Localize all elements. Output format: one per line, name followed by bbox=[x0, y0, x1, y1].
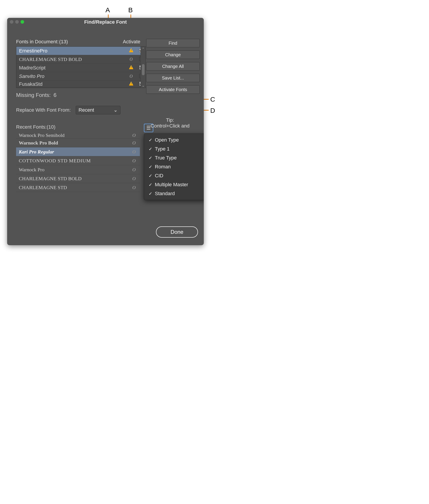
find-replace-font-dialog: Find/Replace Font Fonts in Document: (13… bbox=[7, 18, 204, 245]
font-type-filter-menu[interactable]: ✓Open Type✓Type 1✓True Type✓Roman✓CID✓Mu… bbox=[144, 134, 204, 200]
recent-font-row[interactable]: Warnock Pro BoldO bbox=[16, 139, 140, 147]
activate-column-header: Activate bbox=[123, 39, 146, 45]
missing-fonts-label: Missing Fonts: bbox=[16, 92, 51, 98]
recent-fonts-count: (10) bbox=[47, 124, 55, 130]
replace-with-select[interactable]: Recent ⌄ bbox=[76, 106, 120, 114]
tip-label: Tip: bbox=[142, 117, 198, 123]
filter-menu-item-label: Multiple Master bbox=[155, 182, 188, 188]
titlebar: Find/Replace Font bbox=[7, 18, 204, 26]
recent-font-row[interactable]: Warnock Pro SemiboldO bbox=[16, 133, 140, 139]
filter-menu-item[interactable]: ✓True Type bbox=[144, 153, 204, 162]
opentype-font-icon: O bbox=[132, 167, 136, 173]
opentype-font-icon: O bbox=[132, 133, 136, 138]
scroll-thumb[interactable] bbox=[142, 64, 144, 75]
window-title: Find/Replace Font bbox=[7, 18, 204, 26]
opentype-font-icon: O bbox=[132, 176, 136, 182]
filter-menu-item[interactable]: ✓Roman bbox=[144, 162, 204, 171]
missing-font-alert-icon bbox=[128, 81, 134, 87]
check-icon: ✓ bbox=[149, 182, 155, 187]
replace-with-value: Recent bbox=[79, 107, 94, 113]
recent-font-name: Warnock Pro bbox=[19, 167, 132, 173]
check-icon: ✓ bbox=[149, 191, 155, 196]
filter-menu-item-label: Standard bbox=[155, 191, 175, 197]
fonts-in-document-list[interactable]: ErnestineProCHARLEMAGNE STD BOLDOMadreSc… bbox=[16, 46, 146, 88]
change-all-button[interactable]: Change All bbox=[146, 62, 200, 70]
font-name: Sanvito Pro bbox=[19, 73, 128, 79]
filter-menu-item-label: Open Type bbox=[155, 137, 179, 143]
recent-font-row[interactable]: Warnock ProO bbox=[16, 165, 140, 174]
chevron-down-icon: ⌄ bbox=[114, 107, 117, 113]
fonts-count: (13) bbox=[59, 39, 68, 45]
recent-fonts-header: Recent Fonts:(10) bbox=[16, 124, 146, 130]
fonts-list-scrollbar[interactable]: ⌃ ⌄ bbox=[141, 47, 145, 88]
font-row[interactable]: Sanvito ProO bbox=[16, 72, 145, 81]
font-row[interactable]: CHARLEMAGNE STD BOLDO bbox=[16, 55, 145, 64]
font-name: ErnestinePro bbox=[19, 48, 128, 54]
opentype-font-icon: O bbox=[128, 57, 134, 62]
recent-font-name: Kari Pro Regular bbox=[19, 149, 132, 155]
window-zoom-button[interactable] bbox=[21, 20, 24, 24]
recent-fonts-list[interactable]: Warnock Pro SemiboldOWarnock Pro BoldOKa… bbox=[16, 133, 140, 192]
callout-letter-d: D bbox=[210, 107, 215, 114]
filter-menu-item-label: CID bbox=[155, 173, 163, 179]
fonts-in-document-header: Fonts in Document: (13) Activate bbox=[16, 39, 146, 45]
recent-font-name: Warnock Pro Semibold bbox=[19, 133, 132, 138]
font-name: FusakaStd bbox=[19, 81, 128, 87]
filter-menu-item[interactable]: ✓Standard bbox=[144, 189, 204, 198]
recent-font-name: Warnock Pro Bold bbox=[19, 140, 132, 146]
save-list-button[interactable]: Save List... bbox=[146, 74, 200, 82]
scroll-up-icon[interactable]: ⌃ bbox=[142, 47, 144, 51]
recent-font-row[interactable]: Kari Pro RegularO bbox=[16, 147, 140, 156]
opentype-font-icon: O bbox=[132, 140, 136, 146]
recent-font-row[interactable]: CHARLEMAGNE STDO bbox=[16, 183, 140, 192]
missing-fonts-line: Missing Fonts: 6 bbox=[16, 92, 146, 98]
filter-menu-item[interactable]: ✓CID bbox=[144, 171, 204, 180]
callout-letter-c: C bbox=[210, 96, 215, 103]
window-minimize-button[interactable] bbox=[15, 20, 19, 24]
tip-line2: Control+Click and bbox=[142, 123, 198, 129]
check-icon: ✓ bbox=[149, 164, 155, 169]
change-button[interactable]: Change bbox=[146, 51, 200, 59]
filter-menu-item[interactable]: ✓Multiple Master bbox=[144, 180, 204, 189]
tip-block: Tip: Control+Click and bbox=[142, 117, 198, 129]
window-close-button[interactable] bbox=[10, 20, 13, 24]
recent-fonts-label: Recent Fonts: bbox=[16, 124, 47, 130]
opentype-font-icon: O bbox=[132, 149, 136, 155]
filter-menu-item[interactable]: ✓Type 1 bbox=[144, 145, 204, 153]
opentype-font-icon: O bbox=[132, 185, 136, 191]
check-icon: ✓ bbox=[149, 146, 155, 152]
font-row[interactable]: ErnestinePro bbox=[16, 47, 145, 55]
font-row[interactable]: FusakaStd bbox=[16, 81, 145, 88]
filter-menu-item-label: Roman bbox=[155, 164, 171, 170]
font-name: CHARLEMAGNE STD BOLD bbox=[19, 56, 128, 62]
missing-font-alert-icon bbox=[128, 48, 134, 53]
find-button[interactable]: Find bbox=[146, 39, 200, 47]
done-button[interactable]: Done bbox=[156, 226, 198, 238]
recent-font-row[interactable]: CHARLEMAGNE STD BOLDO bbox=[16, 174, 140, 183]
recent-font-name: CHARLEMAGNE STD BOLD bbox=[19, 176, 132, 182]
filter-menu-item-label: Type 1 bbox=[155, 146, 170, 152]
recent-font-name: COTTONWOOD STD MEDIUM bbox=[19, 158, 132, 164]
missing-fonts-count: 6 bbox=[54, 92, 56, 98]
opentype-font-icon: O bbox=[128, 74, 134, 79]
scroll-down-icon[interactable]: ⌄ bbox=[142, 83, 144, 88]
recent-font-row[interactable]: COTTONWOOD STD MEDIUMO bbox=[16, 156, 140, 165]
fonts-in-document-label: Fonts in Document: bbox=[16, 39, 59, 45]
replace-with-label: Replace With Font From: bbox=[16, 107, 71, 113]
font-row[interactable]: MadreScript bbox=[16, 64, 145, 72]
filter-menu-item[interactable]: ✓Open Type bbox=[144, 136, 204, 145]
opentype-font-icon: O bbox=[132, 158, 136, 164]
filter-menu-item-label: True Type bbox=[155, 155, 177, 161]
activate-fonts-button[interactable]: Activate Fonts bbox=[146, 85, 200, 94]
font-name: MadreScript bbox=[19, 65, 128, 71]
check-icon: ✓ bbox=[149, 173, 155, 178]
missing-font-alert-icon bbox=[128, 65, 134, 70]
callout-letter-b: B bbox=[128, 6, 133, 14]
check-icon: ✓ bbox=[149, 155, 155, 161]
check-icon: ✓ bbox=[149, 137, 155, 143]
callout-letter-a: A bbox=[106, 6, 110, 14]
recent-font-name: CHARLEMAGNE STD bbox=[19, 185, 132, 191]
